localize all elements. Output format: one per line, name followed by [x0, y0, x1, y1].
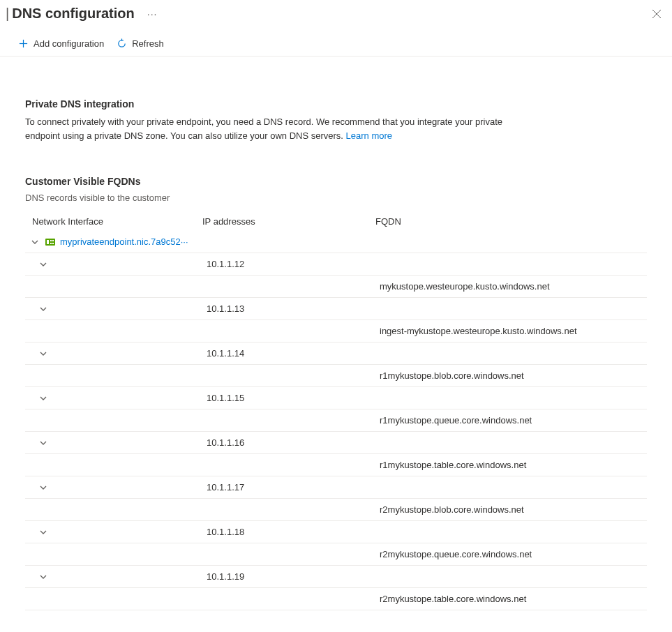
plus-icon	[18, 38, 29, 49]
fqdn-row: r1mykustope.queue.core.windows.net	[25, 409, 647, 432]
ip-row[interactable]: 10.1.1.14	[25, 343, 647, 365]
private-dns-heading: Private DNS integration	[25, 98, 647, 110]
customer-fqdn-heading: Customer Visible FQDNs	[25, 176, 647, 187]
customer-fqdn-section: Customer Visible FQDNs DNS records visib…	[25, 176, 647, 610]
chevron-down-icon[interactable]	[39, 394, 47, 402]
fqdn-row: r1mykustope.blob.core.windows.net	[25, 365, 647, 387]
col-header-fqdn: FQDN	[375, 216, 647, 227]
nic-name-link[interactable]: myprivateendpoint.nic.7a9c52	[60, 236, 181, 247]
refresh-button[interactable]: Refresh	[117, 38, 164, 49]
fqdn-value: r1mykustope.blob.core.windows.net	[380, 370, 524, 381]
learn-more-link[interactable]: Learn more	[346, 130, 392, 141]
svg-rect-9	[52, 243, 54, 244]
svg-rect-8	[50, 243, 52, 244]
col-header-nic: Network Interface	[32, 216, 202, 227]
chevron-down-icon[interactable]	[31, 238, 39, 246]
ip-row[interactable]: 10.1.1.13	[25, 298, 647, 320]
fqdn-row: r2mykustope.queue.core.windows.net	[25, 543, 647, 566]
fqdn-row: r2mykustope.blob.core.windows.net	[25, 499, 647, 521]
svg-rect-5	[47, 240, 49, 244]
ip-row[interactable]: 10.1.1.17	[25, 476, 647, 499]
command-bar: Add configuration Refresh	[0, 31, 672, 57]
chevron-down-icon[interactable]	[39, 439, 47, 447]
table-header-row: Network Interface IP addresses FQDN	[25, 211, 647, 231]
blade-header: | DNS configuration ···	[0, 0, 672, 31]
fqdn-row: r1mykustope.table.core.windows.net	[25, 454, 647, 476]
fqdn-value: r2mykustope.queue.core.windows.net	[380, 549, 532, 559]
ip-address-value: 10.1.1.17	[207, 482, 380, 492]
fqdn-value: mykustope.westeurope.kusto.windows.net	[380, 281, 550, 292]
ip-address-value: 10.1.1.16	[207, 437, 380, 448]
fqdn-value: r1mykustope.table.core.windows.net	[380, 460, 526, 470]
customer-fqdn-sub: DNS records visible to the customer	[25, 193, 647, 203]
chevron-down-icon[interactable]	[39, 305, 47, 313]
svg-rect-6	[50, 240, 52, 241]
ip-address-value: 10.1.1.13	[207, 303, 380, 314]
nic-row[interactable]: myprivateendpoint.nic.7a9c52···	[25, 231, 647, 253]
ip-row[interactable]: 10.1.1.16	[25, 432, 647, 454]
refresh-icon	[117, 38, 127, 49]
fqdn-row: ingest-mykustope.westeurope.kusto.window…	[25, 320, 647, 343]
more-icon[interactable]: ···	[147, 8, 158, 20]
chevron-down-icon[interactable]	[39, 528, 47, 536]
content-area: Private DNS integration To connect priva…	[0, 57, 672, 624]
refresh-label: Refresh	[132, 38, 164, 49]
chevron-down-icon[interactable]	[39, 260, 47, 269]
add-configuration-label: Add configuration	[33, 38, 104, 49]
page-title: DNS configuration	[12, 6, 135, 22]
ip-row[interactable]: 10.1.1.19	[25, 566, 647, 588]
fqdn-row: r2mykustope.table.core.windows.net	[25, 588, 647, 610]
fqdn-value: r2mykustope.blob.core.windows.net	[380, 504, 524, 515]
network-interface-icon	[45, 236, 56, 248]
ip-row[interactable]: 10.1.1.12	[25, 253, 647, 276]
ip-address-value: 10.1.1.18	[207, 527, 380, 537]
fqdn-row: mykustope.westeurope.kusto.windows.net	[25, 276, 647, 298]
ip-row[interactable]: 10.1.1.18	[25, 521, 647, 543]
svg-rect-7	[52, 240, 54, 241]
col-header-ip: IP addresses	[202, 216, 375, 227]
header-pipe: |	[6, 6, 9, 22]
fqdn-value: ingest-mykustope.westeurope.kusto.window…	[380, 326, 577, 336]
ip-address-value: 10.1.1.15	[207, 393, 380, 403]
private-dns-description: To connect privately with your private e…	[25, 115, 514, 142]
ip-address-value: 10.1.1.12	[207, 259, 380, 269]
fqdn-value: r1mykustope.queue.core.windows.net	[380, 415, 532, 426]
private-dns-section: Private DNS integration To connect priva…	[25, 98, 647, 142]
chevron-down-icon[interactable]	[39, 573, 47, 581]
private-dns-desc-text: To connect privately with your private e…	[25, 116, 502, 141]
chevron-down-icon[interactable]	[39, 349, 47, 358]
close-icon[interactable]	[651, 8, 662, 20]
fqdn-value: r2mykustope.table.core.windows.net	[380, 594, 526, 604]
ip-address-value: 10.1.1.19	[207, 571, 380, 582]
add-configuration-button[interactable]: Add configuration	[18, 38, 104, 49]
ip-address-value: 10.1.1.14	[207, 348, 380, 359]
chevron-down-icon[interactable]	[39, 483, 47, 492]
fqdn-table: Network Interface IP addresses FQDN	[25, 211, 647, 610]
ip-row[interactable]: 10.1.1.15	[25, 387, 647, 409]
